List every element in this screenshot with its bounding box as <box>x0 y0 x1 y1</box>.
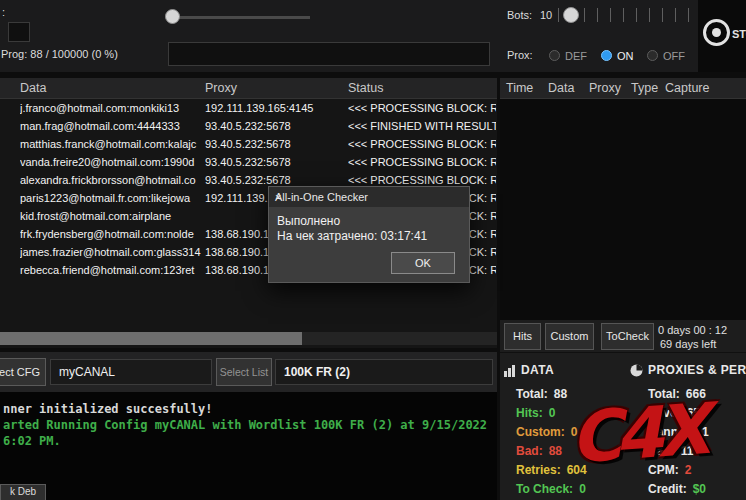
progress-label: Prog: 88 / 100000 (0 %) <box>1 48 118 60</box>
row-data: james.frazier@hotmail.com:glass314 <box>20 243 204 261</box>
row-status: <<< PROCESSING BLOCK: RE <box>348 153 496 171</box>
proxy-def-label[interactable]: DEF <box>565 50 587 62</box>
data-stats-header: DATA <box>503 363 554 377</box>
bar-chart-icon <box>503 364 516 377</box>
bots-value: 10 <box>540 9 552 21</box>
row-proxy: 93.40.5.232:5678 <box>205 135 347 153</box>
data-stats-title: DATA <box>521 363 554 377</box>
proxy-stats-header: PROXIES & PERFORMANCE <box>630 363 746 377</box>
row-data: matthias.franck@hotmail.com:kalajc <box>20 135 204 153</box>
column-header-type: Type <box>631 81 658 95</box>
log-line: arted Running Config myCANAL with Wordli… <box>3 418 487 432</box>
bots-slider-thumb[interactable] <box>563 7 579 23</box>
horizontal-scrollbar-thumb[interactable] <box>0 332 302 345</box>
row-data: kid.frost@hotmail.com:airplane <box>20 207 204 225</box>
message-dialog: All-in-One Checker × Выполнено На чек за… <box>268 186 470 283</box>
proxy-on-label[interactable]: ON <box>617 50 634 62</box>
results-table-panel: Time Data Proxy Type Capture <box>500 78 746 320</box>
horizontal-scrollbar[interactable] <box>0 332 497 345</box>
checker-window: : Prog: 88 / 100000 (0 %) Bots: 10 Prox:… <box>0 0 746 500</box>
dialog-message-line2: На чек затрачено: 03:17:41 <box>277 229 427 243</box>
bots-slider[interactable] <box>558 8 704 22</box>
stop-button[interactable]: STO <box>698 0 746 72</box>
elapsed-time-label: 0 days 00 : 12 <box>658 324 727 336</box>
stat-value: 88 <box>549 444 562 458</box>
stat-label: Total: <box>516 387 548 401</box>
dialog-close-icon[interactable]: × <box>275 191 463 203</box>
table-row[interactable]: matthias.franck@hotmail.com:kalajc 93.40… <box>0 135 497 153</box>
column-header-proxy: Proxy <box>589 81 621 95</box>
table-row[interactable]: vanda.freire20@hotmail.com:1990d 93.40.5… <box>0 153 497 171</box>
corner-label: : <box>2 6 5 18</box>
stat-row-credit: Credit: $0 <box>648 482 706 496</box>
table-row[interactable]: j.franco@hotmail.com:monkiki13 192.111.1… <box>0 99 497 117</box>
proxy-stats-title: PROXIES & PERFORMANCE <box>648 363 746 377</box>
row-data: frk.frydensberg@hotmail.com:nolde <box>20 225 204 243</box>
dialog-titlebar[interactable]: All-in-One Checker × <box>269 187 469 207</box>
stat-label: To Check: <box>516 482 573 496</box>
bots-label: Bots: <box>507 9 532 21</box>
threads-slider-thumb[interactable] <box>165 9 180 24</box>
row-data: j.franco@hotmail.com:monkiki13 <box>20 99 204 117</box>
row-proxy: 93.40.5.232:5678 <box>205 117 347 135</box>
threads-slider[interactable] <box>174 16 310 19</box>
row-status: <<< FINISHED WITH RESULT <box>348 117 496 135</box>
custom-button[interactable]: Custom <box>545 323 594 350</box>
stop-button-label: STO <box>732 28 746 40</box>
proxy-on-radio[interactable] <box>601 50 612 61</box>
column-header-time: Time <box>506 81 533 95</box>
row-data: vanda.freire20@hotmail.com:1990d <box>20 153 204 171</box>
row-data: paris1223@hotmail.fr.com:likejowa <box>20 189 204 207</box>
column-header-data: Data <box>20 81 46 95</box>
stop-icon-dot <box>712 28 721 37</box>
stat-value: 0 <box>549 406 556 420</box>
stat-row-total: Total: 88 <box>516 387 567 401</box>
top-text-input[interactable] <box>168 42 490 66</box>
select-list-button[interactable]: Select List <box>216 358 272 386</box>
top-toolbar: : Prog: 88 / 100000 (0 %) Bots: 10 Prox:… <box>0 0 746 72</box>
tocheck-button[interactable]: ToCheck <box>601 323 654 350</box>
row-data: alexandra.frickbrorsson@hotmail.co <box>20 171 204 189</box>
row-status: <<< PROCESSING BLOCK: RE <box>348 99 496 117</box>
proxy-def-radio[interactable] <box>549 50 560 61</box>
stat-value: $0 <box>693 482 706 496</box>
stat-label: Hits: <box>516 406 543 420</box>
row-proxy: 192.111.139.165:4145 <box>205 99 347 117</box>
proxy-off-radio[interactable] <box>647 50 658 61</box>
column-header-capture: Capture <box>665 81 709 95</box>
row-status: <<< PROCESSING BLOCK: RE <box>348 135 496 153</box>
config-bar: ect CFG myCANAL Select List 100K FR (2) <box>0 352 497 392</box>
row-data: man.frag@hotmail.com:4444333 <box>20 117 204 135</box>
hits-button[interactable]: Hits <box>504 323 541 350</box>
log-area: nner initialized succesfully! arted Runn… <box>0 392 497 500</box>
stat-label: Custom: <box>516 425 565 439</box>
stat-row-hits: Hits: 0 <box>516 406 555 420</box>
dialog-ok-button[interactable]: OK <box>391 252 455 274</box>
stat-label: Bad: <box>516 444 543 458</box>
stat-row-tocheck: To Check: 0 <box>516 482 586 496</box>
proxy-off-label[interactable]: OFF <box>663 50 685 62</box>
log-line: 6:02 PM. <box>3 434 61 448</box>
table-row[interactable]: man.frag@hotmail.com:4444333 93.40.5.232… <box>0 117 497 135</box>
threads-input[interactable] <box>8 22 30 42</box>
pie-chart-icon <box>630 364 643 377</box>
watermark-logo: C4X <box>567 388 705 479</box>
dialog-message-line1: Выполнено <box>277 214 340 228</box>
wordlist-name-box[interactable]: 100K FR (2) <box>275 359 493 385</box>
stat-label: Credit: <box>648 482 687 496</box>
checker-table-header: Data Proxy Status <box>0 78 497 99</box>
debug-button[interactable]: k Deb <box>0 484 46 500</box>
stat-value: 88 <box>554 387 567 401</box>
column-header-proxy: Proxy <box>205 81 237 95</box>
remaining-time-label: 69 days left <box>660 338 716 350</box>
prox-label: Prox: <box>507 49 533 61</box>
row-proxy: 93.40.5.232:5678 <box>205 153 347 171</box>
results-table-header: Time Data Proxy Type Capture <box>500 78 746 99</box>
stat-row-custom: Custom: 0 <box>516 425 577 439</box>
select-cfg-button[interactable]: ect CFG <box>0 358 46 386</box>
row-data: rebecca.friend@hotmail.com:123ret <box>20 261 204 279</box>
stat-value: 0 <box>579 482 586 496</box>
results-footer: Hits Custom ToCheck 0 days 00 : 12 69 da… <box>500 320 746 352</box>
column-header-data: Data <box>548 81 574 95</box>
config-name-box[interactable]: myCANAL <box>50 359 212 385</box>
